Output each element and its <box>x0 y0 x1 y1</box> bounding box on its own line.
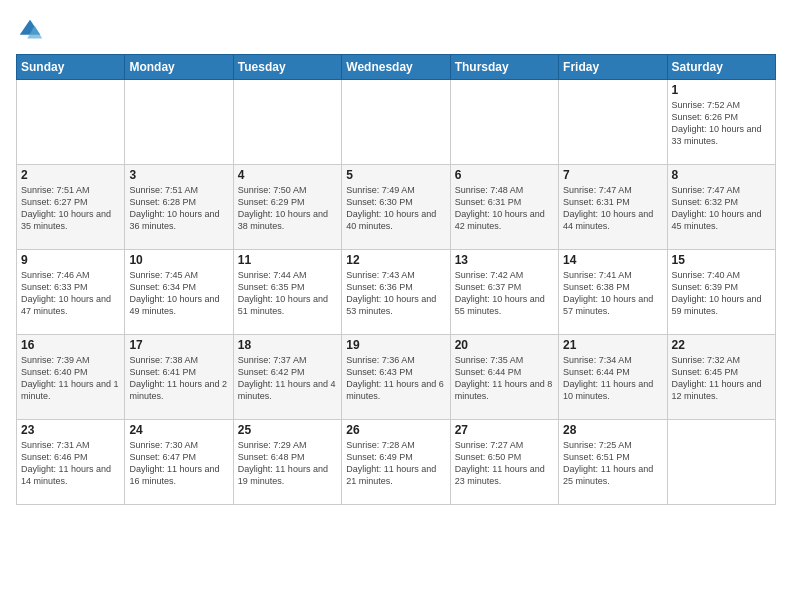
calendar-cell <box>125 80 233 165</box>
calendar-cell: 4Sunrise: 7:50 AM Sunset: 6:29 PM Daylig… <box>233 165 341 250</box>
calendar-cell: 17Sunrise: 7:38 AM Sunset: 6:41 PM Dayli… <box>125 335 233 420</box>
calendar-cell: 18Sunrise: 7:37 AM Sunset: 6:42 PM Dayli… <box>233 335 341 420</box>
day-info: Sunrise: 7:51 AM Sunset: 6:28 PM Dayligh… <box>129 184 228 233</box>
day-info: Sunrise: 7:34 AM Sunset: 6:44 PM Dayligh… <box>563 354 662 403</box>
day-info: Sunrise: 7:47 AM Sunset: 6:32 PM Dayligh… <box>672 184 771 233</box>
calendar-cell: 3Sunrise: 7:51 AM Sunset: 6:28 PM Daylig… <box>125 165 233 250</box>
day-info: Sunrise: 7:28 AM Sunset: 6:49 PM Dayligh… <box>346 439 445 488</box>
calendar-cell: 13Sunrise: 7:42 AM Sunset: 6:37 PM Dayli… <box>450 250 558 335</box>
day-number: 26 <box>346 423 445 437</box>
day-number: 9 <box>21 253 120 267</box>
day-info: Sunrise: 7:50 AM Sunset: 6:29 PM Dayligh… <box>238 184 337 233</box>
calendar-cell: 9Sunrise: 7:46 AM Sunset: 6:33 PM Daylig… <box>17 250 125 335</box>
calendar-cell: 26Sunrise: 7:28 AM Sunset: 6:49 PM Dayli… <box>342 420 450 505</box>
day-info: Sunrise: 7:40 AM Sunset: 6:39 PM Dayligh… <box>672 269 771 318</box>
calendar-cell: 19Sunrise: 7:36 AM Sunset: 6:43 PM Dayli… <box>342 335 450 420</box>
day-info: Sunrise: 7:44 AM Sunset: 6:35 PM Dayligh… <box>238 269 337 318</box>
day-number: 4 <box>238 168 337 182</box>
calendar-cell <box>342 80 450 165</box>
day-info: Sunrise: 7:27 AM Sunset: 6:50 PM Dayligh… <box>455 439 554 488</box>
calendar-cell: 23Sunrise: 7:31 AM Sunset: 6:46 PM Dayli… <box>17 420 125 505</box>
weekday-header: Monday <box>125 55 233 80</box>
day-info: Sunrise: 7:37 AM Sunset: 6:42 PM Dayligh… <box>238 354 337 403</box>
weekday-header: Wednesday <box>342 55 450 80</box>
calendar-cell: 2Sunrise: 7:51 AM Sunset: 6:27 PM Daylig… <box>17 165 125 250</box>
day-number: 3 <box>129 168 228 182</box>
day-info: Sunrise: 7:35 AM Sunset: 6:44 PM Dayligh… <box>455 354 554 403</box>
day-number: 18 <box>238 338 337 352</box>
day-number: 22 <box>672 338 771 352</box>
day-number: 13 <box>455 253 554 267</box>
day-number: 15 <box>672 253 771 267</box>
calendar-cell: 11Sunrise: 7:44 AM Sunset: 6:35 PM Dayli… <box>233 250 341 335</box>
calendar-week-row: 9Sunrise: 7:46 AM Sunset: 6:33 PM Daylig… <box>17 250 776 335</box>
calendar-cell: 16Sunrise: 7:39 AM Sunset: 6:40 PM Dayli… <box>17 335 125 420</box>
calendar-cell <box>17 80 125 165</box>
day-number: 27 <box>455 423 554 437</box>
calendar-week-row: 16Sunrise: 7:39 AM Sunset: 6:40 PM Dayli… <box>17 335 776 420</box>
calendar-cell: 10Sunrise: 7:45 AM Sunset: 6:34 PM Dayli… <box>125 250 233 335</box>
calendar-cell: 12Sunrise: 7:43 AM Sunset: 6:36 PM Dayli… <box>342 250 450 335</box>
calendar-cell: 15Sunrise: 7:40 AM Sunset: 6:39 PM Dayli… <box>667 250 775 335</box>
calendar-cell: 28Sunrise: 7:25 AM Sunset: 6:51 PM Dayli… <box>559 420 667 505</box>
day-info: Sunrise: 7:29 AM Sunset: 6:48 PM Dayligh… <box>238 439 337 488</box>
calendar-week-row: 2Sunrise: 7:51 AM Sunset: 6:27 PM Daylig… <box>17 165 776 250</box>
day-info: Sunrise: 7:42 AM Sunset: 6:37 PM Dayligh… <box>455 269 554 318</box>
calendar-cell <box>233 80 341 165</box>
day-info: Sunrise: 7:43 AM Sunset: 6:36 PM Dayligh… <box>346 269 445 318</box>
day-info: Sunrise: 7:47 AM Sunset: 6:31 PM Dayligh… <box>563 184 662 233</box>
day-info: Sunrise: 7:31 AM Sunset: 6:46 PM Dayligh… <box>21 439 120 488</box>
weekday-header: Thursday <box>450 55 558 80</box>
day-info: Sunrise: 7:49 AM Sunset: 6:30 PM Dayligh… <box>346 184 445 233</box>
day-number: 19 <box>346 338 445 352</box>
day-number: 2 <box>21 168 120 182</box>
day-number: 21 <box>563 338 662 352</box>
day-info: Sunrise: 7:51 AM Sunset: 6:27 PM Dayligh… <box>21 184 120 233</box>
weekday-header: Tuesday <box>233 55 341 80</box>
day-number: 6 <box>455 168 554 182</box>
calendar-table: SundayMondayTuesdayWednesdayThursdayFrid… <box>16 54 776 505</box>
calendar-cell: 27Sunrise: 7:27 AM Sunset: 6:50 PM Dayli… <box>450 420 558 505</box>
day-number: 24 <box>129 423 228 437</box>
day-number: 8 <box>672 168 771 182</box>
calendar-week-row: 23Sunrise: 7:31 AM Sunset: 6:46 PM Dayli… <box>17 420 776 505</box>
day-info: Sunrise: 7:48 AM Sunset: 6:31 PM Dayligh… <box>455 184 554 233</box>
calendar-cell: 5Sunrise: 7:49 AM Sunset: 6:30 PM Daylig… <box>342 165 450 250</box>
day-info: Sunrise: 7:39 AM Sunset: 6:40 PM Dayligh… <box>21 354 120 403</box>
calendar-cell: 21Sunrise: 7:34 AM Sunset: 6:44 PM Dayli… <box>559 335 667 420</box>
day-number: 5 <box>346 168 445 182</box>
day-info: Sunrise: 7:46 AM Sunset: 6:33 PM Dayligh… <box>21 269 120 318</box>
logo-icon <box>16 16 44 44</box>
calendar-cell <box>667 420 775 505</box>
weekday-header: Sunday <box>17 55 125 80</box>
calendar-cell: 14Sunrise: 7:41 AM Sunset: 6:38 PM Dayli… <box>559 250 667 335</box>
calendar-cell <box>450 80 558 165</box>
day-number: 10 <box>129 253 228 267</box>
day-number: 12 <box>346 253 445 267</box>
day-number: 14 <box>563 253 662 267</box>
day-info: Sunrise: 7:36 AM Sunset: 6:43 PM Dayligh… <box>346 354 445 403</box>
day-info: Sunrise: 7:32 AM Sunset: 6:45 PM Dayligh… <box>672 354 771 403</box>
day-number: 11 <box>238 253 337 267</box>
calendar-cell <box>559 80 667 165</box>
calendar-week-row: 1Sunrise: 7:52 AM Sunset: 6:26 PM Daylig… <box>17 80 776 165</box>
day-info: Sunrise: 7:38 AM Sunset: 6:41 PM Dayligh… <box>129 354 228 403</box>
day-number: 28 <box>563 423 662 437</box>
calendar-cell: 7Sunrise: 7:47 AM Sunset: 6:31 PM Daylig… <box>559 165 667 250</box>
calendar-cell: 22Sunrise: 7:32 AM Sunset: 6:45 PM Dayli… <box>667 335 775 420</box>
calendar-cell: 25Sunrise: 7:29 AM Sunset: 6:48 PM Dayli… <box>233 420 341 505</box>
day-number: 25 <box>238 423 337 437</box>
calendar-cell: 24Sunrise: 7:30 AM Sunset: 6:47 PM Dayli… <box>125 420 233 505</box>
day-number: 20 <box>455 338 554 352</box>
day-number: 23 <box>21 423 120 437</box>
calendar-cell: 8Sunrise: 7:47 AM Sunset: 6:32 PM Daylig… <box>667 165 775 250</box>
day-number: 16 <box>21 338 120 352</box>
day-info: Sunrise: 7:25 AM Sunset: 6:51 PM Dayligh… <box>563 439 662 488</box>
calendar-cell: 20Sunrise: 7:35 AM Sunset: 6:44 PM Dayli… <box>450 335 558 420</box>
day-number: 17 <box>129 338 228 352</box>
day-info: Sunrise: 7:30 AM Sunset: 6:47 PM Dayligh… <box>129 439 228 488</box>
day-number: 7 <box>563 168 662 182</box>
weekday-header-row: SundayMondayTuesdayWednesdayThursdayFrid… <box>17 55 776 80</box>
logo <box>16 16 48 44</box>
day-info: Sunrise: 7:45 AM Sunset: 6:34 PM Dayligh… <box>129 269 228 318</box>
